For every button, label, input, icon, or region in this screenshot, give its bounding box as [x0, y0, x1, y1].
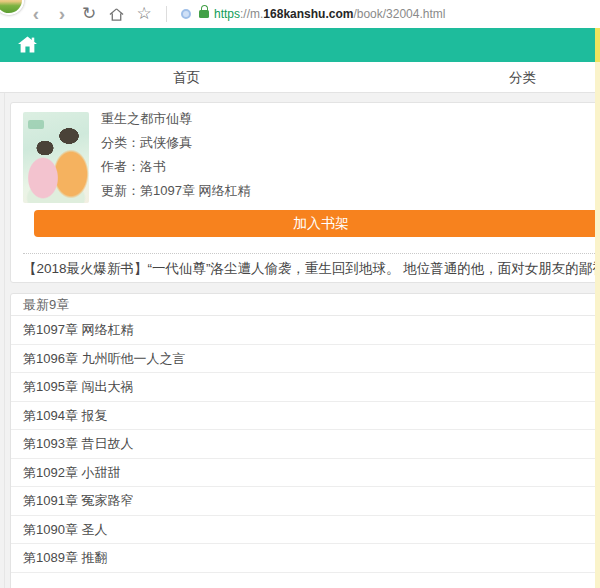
forward-icon[interactable]: › [53, 0, 71, 28]
url-path: /book/32004.html [353, 7, 445, 21]
bookmark-star-icon[interactable]: ☆ [134, 0, 154, 28]
refresh-icon[interactable]: ↻ [79, 0, 99, 28]
toolbar-separator [166, 6, 167, 22]
chapter-item[interactable]: 第1091章 冤家路窄 [11, 487, 600, 516]
address-bar[interactable]: https://m.168kanshu.com/book/32004.html [214, 0, 445, 28]
book-description: 【2018最火爆新书】“一代仙尊”洛尘遭人偷袭，重生回到地球。 地位普通的他，面… [23, 259, 600, 279]
site-info-icon[interactable] [181, 9, 191, 19]
chapter-list-card: 最新9章 第1097章 网络杠精 第1096章 九州听他一人之言 第1095章 … [10, 293, 600, 588]
chapter-item[interactable]: 第1097章 网络杠精 [11, 316, 600, 345]
site-home-icon[interactable] [18, 36, 37, 54]
chapter-item[interactable]: 第1090章 圣人 [11, 516, 600, 545]
chapter-item[interactable]: 第1093章 昔日故人 [11, 430, 600, 459]
cover-watermark [28, 120, 44, 129]
book-category-line: 分类：武侠修真 [101, 131, 251, 155]
browser-profile-avatar[interactable] [0, 0, 24, 15]
book-update-line: 更新：第1097章 网络杠精 [101, 179, 251, 203]
top-nav: 首页 分类 [0, 62, 600, 93]
book-title: 重生之都市仙尊 [101, 107, 251, 131]
browser-toolbar: ‹ › ↻ ☆ https://m.168kanshu.com/book/320… [0, 0, 600, 28]
add-to-shelf-button[interactable]: 加入书架 [34, 210, 600, 237]
secure-lock-icon[interactable] [199, 10, 209, 18]
nav-item-home[interactable]: 首页 [173, 62, 200, 93]
chapter-item[interactable]: 第1089章 推翻 [11, 544, 600, 573]
book-cover-image [23, 112, 89, 203]
url-after-scheme: ://m. [240, 7, 263, 21]
chapter-item[interactable]: 第1092章 小甜甜 [11, 459, 600, 488]
dotted-divider [23, 253, 600, 254]
screenshot-root: ‹ › ↻ ☆ https://m.168kanshu.com/book/320… [0, 0, 600, 588]
book-meta: 重生之都市仙尊 分类：武侠修真 作者：洛书 更新：第1097章 网络杠精 [101, 107, 251, 203]
author-value: 洛书 [140, 159, 166, 174]
chapter-item[interactable]: 第1095章 闯出大祸 [11, 373, 600, 402]
site-header [0, 28, 600, 62]
book-info-card: 重生之都市仙尊 分类：武侠修真 作者：洛书 更新：第1097章 网络杠精 加入书… [10, 102, 600, 283]
chapter-item[interactable]: 第1096章 九州听他一人之言 [11, 345, 600, 374]
back-icon[interactable]: ‹ [27, 0, 45, 28]
home-icon[interactable] [106, 0, 126, 28]
url-domain: 168kanshu.com [263, 7, 353, 21]
chapter-list-header: 最新9章 [11, 294, 600, 316]
chapter-item[interactable]: 第1094章 报复 [11, 402, 600, 431]
update-value[interactable]: 第1097章 网络杠精 [140, 183, 251, 198]
nav-item-category[interactable]: 分类 [509, 62, 536, 93]
update-label: 更新： [101, 183, 140, 198]
right-edge-strip [595, 28, 600, 588]
url-scheme: https [214, 7, 240, 21]
author-label: 作者： [101, 159, 140, 174]
book-author-line: 作者：洛书 [101, 155, 251, 179]
content-left-edge [4, 93, 5, 588]
category-label: 分类： [101, 135, 140, 150]
category-value: 武侠修真 [140, 135, 192, 150]
